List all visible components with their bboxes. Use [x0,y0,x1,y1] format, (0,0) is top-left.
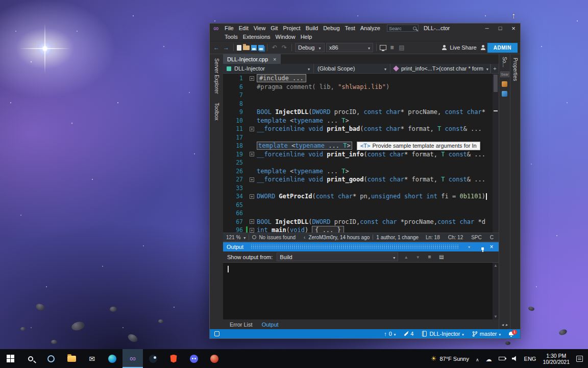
minimize-button[interactable] [480,24,494,33]
redo-icon[interactable] [280,44,288,51]
save-all-icon[interactable] [258,45,264,51]
output-source-dropdown[interactable]: Build [277,252,398,261]
fold-toggle-icon[interactable] [250,152,254,156]
menu-item-extensions[interactable]: Extensions [240,33,273,40]
scroll-up-icon[interactable] [494,263,498,268]
taskbar-file-explorer[interactable] [61,349,82,368]
navigate-back-icon[interactable] [212,44,220,51]
pending-changes-button[interactable]: 4 [404,331,413,337]
weather-widget[interactable]: 87°F Sunny [431,355,469,362]
taskbar-brave[interactable] [163,349,184,368]
encoding-indicator[interactable]: C [490,235,494,240]
code-editor[interactable]: 1#include ...6#pragma comment( lib, "shl… [223,74,499,233]
word-wrap-icon[interactable] [426,254,433,260]
output-scrollbar[interactable] [493,263,499,319]
menu-item-edit[interactable]: Edit [236,25,251,32]
volume-icon[interactable] [512,356,518,361]
taskbar-steam[interactable] [143,349,163,368]
live-share-button[interactable]: Live Share [439,44,479,51]
grid-view-icon[interactable] [398,44,406,51]
solution-search-box[interactable]: Sear [500,72,509,77]
notifications-button[interactable]: 1 [509,332,513,336]
taskbar-cortana[interactable] [41,349,61,368]
undo-icon[interactable] [271,44,279,51]
menu-item-test[interactable]: Test [342,25,358,32]
clear-all-icon[interactable] [437,254,445,260]
sidebar-item-server-explorer[interactable]: Server Explorer [214,58,219,94]
project-dropdown[interactable]: DLL-Injector [223,64,314,73]
drag-grip[interactable] [251,245,458,249]
tab-properties[interactable]: Properties [512,58,518,81]
code-line[interactable]: 6#pragma comment( lib, "shlwapi.lib") [223,83,493,91]
debug-target-icon[interactable] [380,45,386,50]
start-button[interactable] [0,349,20,368]
code-line[interactable]: 34DWORD GetProcId(const char* pn,unsigne… [223,192,493,201]
scrollbar-thumb[interactable] [494,75,498,92]
line-indicator[interactable]: Ln: 18 [426,235,440,240]
menu-item-git[interactable]: Git [268,25,280,32]
code-line[interactable]: 10template <typename ... T> [223,117,493,125]
close-tab-icon[interactable] [273,56,276,62]
scroll-down-icon[interactable] [494,314,498,319]
code-line[interactable]: 26template <typename ... T> [223,167,493,176]
background-tasks-icon[interactable] [214,331,219,336]
taskbar-mail[interactable] [82,349,102,368]
language-indicator[interactable]: ENG [524,356,536,362]
quick-search-input[interactable]: Searc [387,25,419,32]
branch-selector[interactable]: master [472,331,501,337]
code-line[interactable]: 7 [223,91,493,100]
code-line[interactable]: 8 [223,100,493,108]
menu-item-build[interactable]: Build [303,25,321,32]
tab-error-list[interactable]: Error List [226,320,257,329]
code-line[interactable]: 19__forceinline void print_info(const ch… [223,150,493,159]
fold-toggle-icon[interactable] [250,194,254,199]
code-line[interactable]: 33 [223,184,493,193]
next-message-icon[interactable] [414,254,422,260]
menu-item-analyze[interactable]: Analyze [358,25,383,32]
code-line[interactable]: 11__forceinline void print_bad(const cha… [223,125,493,133]
action-center-icon[interactable] [576,356,583,362]
scope-dropdown[interactable]: (Global Scope) [314,64,390,73]
code-line[interactable]: 1#include ... [223,74,493,83]
open-file-icon[interactable] [243,45,250,50]
fold-toggle-icon[interactable] [250,127,254,131]
onedrive-cloud-icon[interactable] [486,354,492,363]
battery-icon[interactable] [499,357,505,360]
codelens-git-info[interactable]: ZeroM3m0ry, 14 hours ago 1 author, 1 cha… [304,235,419,240]
clock[interactable]: 1:30 PM 10/20/2021 [543,353,570,365]
feedback-icon[interactable] [480,45,486,50]
tab-solution-explorer[interactable]: So... [502,57,507,67]
arrow-left-icon[interactable] [501,323,503,327]
fold-toggle-icon[interactable] [250,228,254,233]
output-title-bar[interactable]: Output [223,242,499,251]
taskbar-edge[interactable] [102,349,122,368]
sync-status-button[interactable]: 0 [384,331,396,337]
issues-indicator[interactable]: No issues found [252,235,296,240]
code-line[interactable]: 25 [223,158,493,167]
list-view-icon[interactable] [388,44,396,51]
menu-item-debug[interactable]: Debug [321,25,342,32]
taskbar-discord[interactable] [184,349,204,368]
code-line[interactable]: 27__forceinline void print_good(const ch… [223,175,493,184]
collapsed-region[interactable]: template <typename ... T> [257,142,352,150]
panel-home-icon[interactable] [502,81,507,87]
close-button[interactable] [507,24,520,33]
taskbar-rust-app[interactable] [204,349,225,368]
code-line[interactable]: 17 [223,133,493,142]
code-line[interactable]: 67BOOL InjectDLL(DWORD procID,const char… [223,218,493,226]
navigate-forward-icon[interactable] [222,44,230,51]
navbar-add-button[interactable] [491,64,499,73]
code-line[interactable]: 65 [223,201,493,210]
taskbar-search[interactable] [20,349,41,368]
menu-item-view[interactable]: View [251,25,268,32]
column-indicator[interactable]: Ch: 12 [448,235,463,240]
menu-item-tools[interactable]: Tools [222,33,240,40]
spaces-indicator[interactable]: SPC [471,235,482,240]
maximize-button[interactable] [494,24,507,33]
member-dropdown[interactable]: print_info<...T>(const char * form [390,64,491,73]
fold-toggle-icon[interactable] [250,177,254,182]
output-content[interactable] [223,263,499,319]
code-line[interactable]: 18template <typename ... T><T>Provide sa… [223,142,493,150]
menu-item-window[interactable]: Window [273,33,298,40]
save-icon[interactable] [251,45,257,51]
